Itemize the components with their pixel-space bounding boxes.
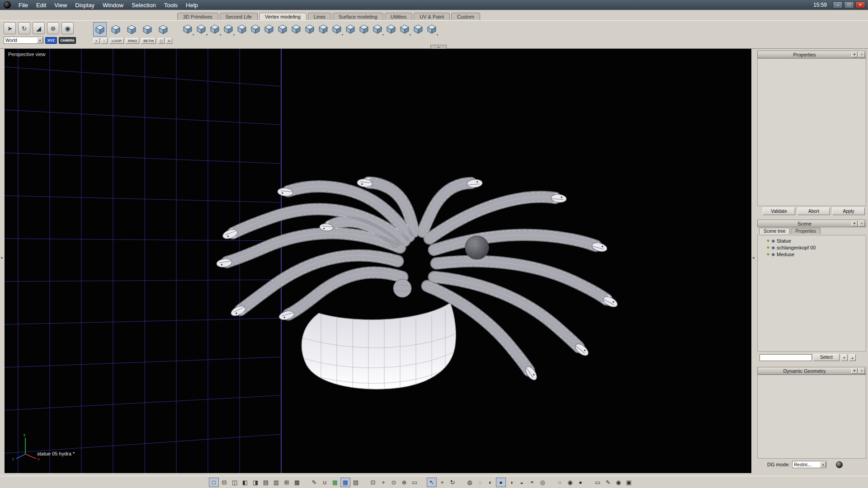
world-dropdown-icon[interactable]: ▾ xyxy=(37,38,43,43)
left-splitter-arrow[interactable]: ◂ xyxy=(0,255,3,260)
shading-textured-wire[interactable]: ◒ xyxy=(517,478,527,487)
select-object-mode[interactable] xyxy=(141,22,154,37)
scene-3d-canvas[interactable] xyxy=(5,49,751,473)
zoom-region-tool[interactable]: ⊕ xyxy=(399,478,409,487)
select-soft-mode[interactable] xyxy=(156,22,170,37)
between-select-button[interactable]: BETW xyxy=(141,38,156,44)
abort-button[interactable]: Abort xyxy=(797,207,830,215)
select-button[interactable]: Select xyxy=(813,354,840,361)
rotate-tool[interactable]: ↻ xyxy=(18,22,30,34)
aspect-toggle[interactable]: ▭ xyxy=(410,478,420,487)
collapse-tool[interactable] xyxy=(411,22,425,36)
ring-select-button[interactable]: RING xyxy=(126,38,139,44)
layout-three-bottom[interactable]: ▥ xyxy=(271,478,281,487)
apply-button[interactable]: Apply xyxy=(832,207,865,215)
tab-uv-paint[interactable]: UV & Paint xyxy=(414,13,450,20)
paint-select-tool[interactable]: ✎ xyxy=(309,478,319,487)
scene-tree-item[interactable]: ◈ ◉ Meduse xyxy=(758,251,866,258)
maximize-button[interactable]: □ xyxy=(844,1,854,9)
menu-item[interactable]: Display xyxy=(71,1,99,9)
extract-around-tool[interactable]: ▾ xyxy=(208,22,222,36)
sweep-surface-tool[interactable] xyxy=(249,22,262,36)
properties-close-icon[interactable]: × xyxy=(859,52,865,57)
zoom-tool[interactable]: ⊙ xyxy=(389,478,399,487)
dynamic-geometry-header[interactable]: Dynamic Geometry ▾ × xyxy=(757,367,866,375)
select-up-icon[interactable]: ▴ xyxy=(849,354,856,361)
select-down-icon[interactable]: ▾ xyxy=(841,354,848,361)
xyz-axis-button[interactable]: XYZ xyxy=(45,37,57,44)
layout-two-horizontal[interactable]: ⊟ xyxy=(219,478,229,487)
medusa-bust-mesh[interactable] xyxy=(302,303,457,393)
ruler-toggle[interactable]: ▤ xyxy=(351,478,361,487)
camera-tool[interactable]: ◉ xyxy=(61,22,74,34)
gray-sphere-mesh[interactable] xyxy=(393,279,411,297)
select-points-mode[interactable] xyxy=(93,22,107,37)
menu-item[interactable]: Tools xyxy=(160,1,182,9)
quality-high[interactable]: ● xyxy=(576,478,585,487)
ambient-sphere-toggle[interactable]: ◉ xyxy=(613,478,623,487)
magnet-tool[interactable]: ∪ xyxy=(320,478,330,487)
scene-collapse-icon[interactable]: ▾ xyxy=(851,221,858,226)
loop-option-toggle-2[interactable]: ⊙ xyxy=(165,38,172,44)
select-faces-mode[interactable] xyxy=(125,22,138,37)
average-weld-tool[interactable] xyxy=(344,22,357,36)
scale-tool[interactable]: ◢ xyxy=(33,22,45,34)
shading-xray[interactable]: ◎ xyxy=(538,478,547,487)
menu-item[interactable]: Window xyxy=(99,1,127,9)
shading-wireframe[interactable]: ◍ xyxy=(465,478,475,487)
translate-manipulator[interactable]: + xyxy=(437,478,447,487)
weld-points-tool[interactable]: ▾ xyxy=(330,22,344,36)
scene-tree-item[interactable]: ◈ ◉ Statue xyxy=(758,237,866,244)
shading-textured[interactable]: ◑ xyxy=(506,478,516,487)
properties-panel-header[interactable]: Properties ▾ × xyxy=(757,51,866,58)
symmetry-tool[interactable]: ▾ xyxy=(425,22,439,36)
perspective-viewport[interactable]: Perspective view statue 05 hydra * y x z xyxy=(5,49,751,473)
tab-second-life[interactable]: Second Life xyxy=(220,13,258,20)
connect-tool[interactable] xyxy=(384,22,398,36)
menu-item[interactable]: Edit xyxy=(32,1,50,9)
menu-item[interactable]: File xyxy=(14,1,32,9)
right-splitter-arrow[interactable]: ◂ xyxy=(752,255,755,260)
validate-button[interactable]: Validate xyxy=(763,207,795,215)
layout-single[interactable]: □ xyxy=(209,478,219,487)
layout-three-top[interactable]: ▤ xyxy=(261,478,271,487)
visibility-icon[interactable]: ◉ xyxy=(771,245,775,250)
shading-transparent[interactable]: ◓ xyxy=(527,478,537,487)
chamfer-tool[interactable]: ▾ xyxy=(371,22,384,36)
dg-mode-select[interactable]: Restric... ▾ xyxy=(792,461,826,468)
tab-vertex-modeling[interactable]: Vertex modeling xyxy=(259,13,307,20)
tab-custom[interactable]: Custom xyxy=(451,13,480,20)
tab-scene-properties[interactable]: Properties xyxy=(791,228,821,234)
scene-close-icon[interactable]: × xyxy=(859,221,865,226)
select-arrow-tool[interactable]: ➤ xyxy=(4,22,16,34)
bridge-tool[interactable] xyxy=(289,22,303,36)
menu-item[interactable]: View xyxy=(50,1,71,9)
tab-scene-tree[interactable]: Scene tree xyxy=(759,228,790,234)
target-weld-tool[interactable] xyxy=(357,22,371,36)
manipulator-toggle[interactable]: ↖ xyxy=(427,478,437,487)
shrink-selection-button[interactable]: ▫ xyxy=(101,38,108,44)
loop-option-toggle-1[interactable]: ◻ xyxy=(158,38,165,44)
tab-3d-primitives[interactable]: 3D Primitives xyxy=(177,13,218,20)
layout-grid[interactable]: ▦ xyxy=(292,478,302,487)
extrude-surface-tool[interactable]: ▾ xyxy=(222,22,235,36)
thickness-tool[interactable] xyxy=(262,22,276,36)
layout-two-vertical[interactable]: ◫ xyxy=(230,478,240,487)
visibility-icon[interactable]: ◉ xyxy=(771,252,775,257)
pan-tool[interactable]: + xyxy=(378,478,388,487)
visibility-icon[interactable]: ◉ xyxy=(771,239,775,243)
menu-item[interactable]: Help xyxy=(182,1,202,9)
dg-close-icon[interactable]: × xyxy=(859,368,865,374)
dark-sphere-mesh[interactable] xyxy=(465,236,489,259)
tab-surface-modeling[interactable]: Surface modeling xyxy=(333,13,383,20)
camera-space-button[interactable]: CAMERA xyxy=(59,37,76,44)
quality-medium[interactable]: ◉ xyxy=(565,478,575,487)
rotate-manipulator[interactable]: ↻ xyxy=(448,478,458,487)
shading-flat[interactable]: ◐ xyxy=(486,478,495,487)
layout-three-left[interactable]: ◧ xyxy=(240,478,250,487)
dg-dropdown-icon[interactable]: ▾ xyxy=(820,462,826,467)
scene-tree-item[interactable]: ◈ ◉ schlangenkopf 00 xyxy=(758,244,866,251)
grow-selection-button[interactable]: ▪ xyxy=(93,38,100,44)
tunnel-tool[interactable] xyxy=(303,22,316,36)
loop-select-button[interactable]: LOOP xyxy=(109,38,124,44)
